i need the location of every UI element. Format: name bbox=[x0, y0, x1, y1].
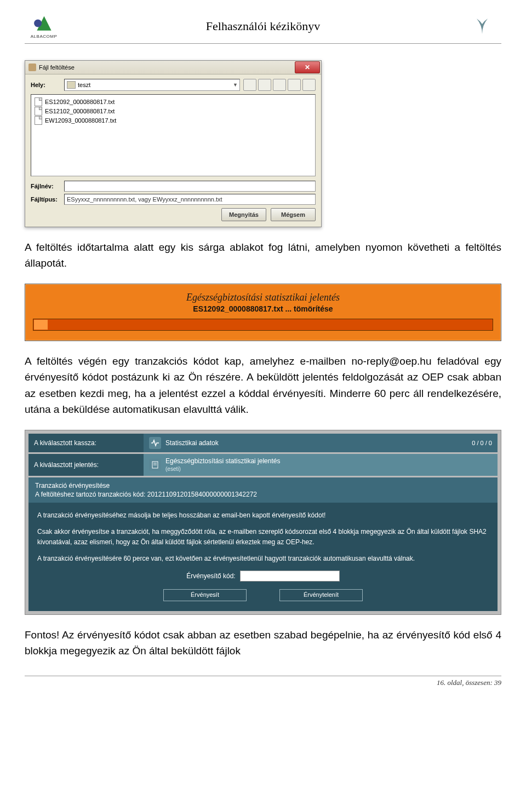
folder-icon bbox=[67, 81, 76, 89]
filetype-select[interactable]: ESyyxxz_nnnnnnnnnn.txt, vagy EWyyxxz_nnn… bbox=[64, 194, 316, 205]
progress-title: Egészségbiztosítási statisztikai jelenté… bbox=[33, 292, 493, 303]
location-label: Hely: bbox=[31, 82, 61, 88]
page-header: ALBACOMP Felhasználói kézikönyv bbox=[25, 11, 501, 44]
instruction-1: A tranzakció érvényesítéséhez másolja be… bbox=[37, 510, 489, 521]
paragraph-1: A feltöltés időtartalma alatt egy kis sá… bbox=[25, 239, 501, 272]
jelentes-title: Egészségbiztosítási statisztikai jelenté… bbox=[165, 457, 280, 465]
page-footer: 16. oldal, összesen: 39 bbox=[25, 676, 501, 687]
jelentes-tab[interactable]: Egészségbiztosítási statisztikai jelenté… bbox=[144, 454, 498, 476]
document-icon bbox=[149, 459, 161, 471]
open-button[interactable]: Megnyitás bbox=[221, 208, 266, 221]
logo-right bbox=[463, 11, 501, 41]
location-combo[interactable]: teszt bbox=[64, 79, 240, 91]
list-view-button[interactable] bbox=[288, 79, 301, 91]
jelentes-sub: (eseti) bbox=[165, 466, 181, 472]
progress-bar-fill bbox=[34, 320, 48, 330]
stat-tab[interactable]: Statisztikai adatok 0 / 0 / 0 bbox=[144, 434, 498, 452]
validation-instructions: A tranzakció érvényesítéséhez másolja be… bbox=[28, 503, 498, 611]
validation-code-label: Érvényesítő kód: bbox=[186, 571, 235, 581]
validate-button[interactable]: Érvényesít bbox=[163, 589, 247, 601]
location-value: teszt bbox=[78, 82, 90, 88]
jelentes-label: A kiválasztott jelentés: bbox=[28, 454, 144, 476]
file-upload-dialog: Fájl feltöltése ✕ Hely: teszt bbox=[25, 60, 322, 227]
dialog-title: Fájl feltöltése bbox=[39, 64, 75, 71]
dialog-titlebar: Fájl feltöltése ✕ bbox=[25, 61, 321, 74]
file-icon bbox=[35, 107, 42, 116]
svg-point-0 bbox=[34, 19, 42, 27]
java-icon bbox=[28, 64, 36, 71]
paragraph-3: Fontos! Az érvényesítő kódot csak abban … bbox=[25, 627, 501, 659]
pulse-icon bbox=[149, 437, 161, 449]
instruction-2: Csak akkor érvényesítse a tranzakciót, h… bbox=[37, 527, 489, 547]
file-item[interactable]: ES12092_0000880817.txt bbox=[35, 97, 312, 106]
close-icon: ✕ bbox=[305, 64, 310, 71]
file-name: ES12092_0000880817.txt bbox=[45, 99, 115, 105]
page-number: 16. oldal, összesen: 39 bbox=[437, 678, 501, 687]
filename-input[interactable] bbox=[64, 181, 316, 192]
new-folder-button[interactable] bbox=[273, 79, 286, 91]
progress-panel: Egészségbiztosítási statisztikai jelenté… bbox=[25, 284, 501, 341]
file-item[interactable]: ES12102_0000880817.txt bbox=[35, 106, 312, 116]
file-item[interactable]: EW12093_0000880817.txt bbox=[35, 116, 312, 125]
paragraph-2: A feltöltés végén egy tranzakciós kódot … bbox=[25, 353, 501, 418]
close-button[interactable]: ✕ bbox=[295, 61, 320, 73]
file-name: EW12093_0000880817.txt bbox=[45, 117, 116, 124]
progress-subtitle: ES12092_0000880817.txt ... tömörítése bbox=[33, 304, 493, 313]
file-icon bbox=[35, 97, 42, 106]
detail-view-button[interactable] bbox=[302, 79, 316, 91]
logo-left-text: ALBACOMP bbox=[31, 34, 57, 39]
albacomp-logo-icon bbox=[32, 14, 56, 33]
filetype-label: Fájltípus: bbox=[31, 196, 61, 203]
stat-tab-label: Statisztikai adatok bbox=[165, 439, 219, 447]
kassza-label: A kiválasztott kassza: bbox=[28, 434, 144, 452]
filename-label: Fájlnév: bbox=[31, 183, 61, 189]
home-button[interactable] bbox=[258, 79, 271, 91]
header-title: Felhasználói kézikönyv bbox=[63, 19, 463, 33]
file-icon bbox=[35, 116, 42, 125]
transaction-header: Tranzakció érvényesítése A feltöltéshez … bbox=[28, 477, 498, 503]
instruction-3: A tranzakció érvényesítésére 60 perce va… bbox=[37, 554, 489, 564]
cancel-button[interactable]: Mégsem bbox=[271, 208, 316, 221]
progress-bar bbox=[33, 319, 493, 331]
invalidate-button[interactable]: Érvénytelenít bbox=[279, 589, 363, 601]
transaction-code-line: A feltöltéshez tartozó tranzakciós kód: … bbox=[35, 491, 491, 498]
stat-count: 0 / 0 / 0 bbox=[472, 440, 492, 446]
up-folder-button[interactable] bbox=[243, 79, 256, 91]
logo-left: ALBACOMP bbox=[25, 11, 63, 41]
validation-panel: A kiválasztott kassza: Statisztikai adat… bbox=[25, 430, 501, 615]
file-name: ES12102_0000880817.txt bbox=[45, 108, 115, 114]
tulip-logo-icon bbox=[471, 15, 493, 37]
file-list[interactable]: ES12092_0000880817.txt ES12102_000088081… bbox=[31, 94, 316, 176]
validation-code-input[interactable] bbox=[240, 571, 340, 581]
transaction-title: Tranzakció érvényesítése bbox=[35, 482, 491, 489]
